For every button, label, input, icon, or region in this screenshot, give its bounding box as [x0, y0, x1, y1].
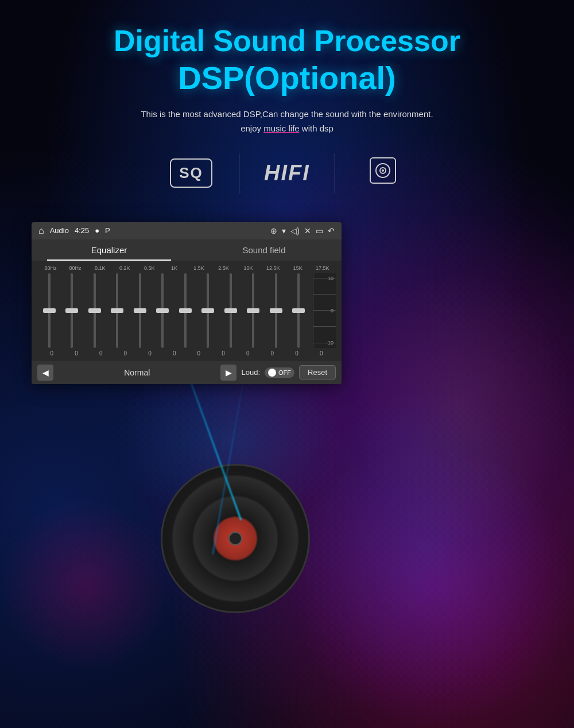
eq-content: 60Hz 80Hz 0.1K 0.2K 0.5K 1K 1.5K 2.5K 10… — [32, 261, 342, 361]
freq-05k: 0.5K — [138, 265, 160, 271]
zero-4: 0 — [113, 350, 138, 357]
slider-col-7[interactable] — [174, 273, 196, 348]
zero-7: 0 — [187, 350, 211, 357]
slider-col-12[interactable] — [288, 273, 310, 348]
sq-icon: SQ — [170, 158, 212, 188]
window-icon[interactable]: ▭ — [316, 226, 323, 235]
freq-15k2: 15K — [287, 265, 309, 271]
scale-mid: 0 — [331, 308, 333, 313]
p-label: P — [105, 226, 110, 235]
back-icon[interactable]: ↶ — [328, 226, 335, 235]
svg-point-3 — [382, 169, 384, 172]
zero-12: 0 — [309, 350, 333, 357]
eq-scale: 10 0 -10 — [313, 273, 336, 348]
zero-11: 0 — [285, 350, 309, 357]
zero-labels: 0 0 0 0 0 0 0 0 0 0 0 0 — [37, 348, 336, 358]
tabs: Equalizer Sound field — [32, 239, 342, 261]
slider-col-4[interactable] — [107, 273, 129, 348]
status-dot: ● — [95, 226, 99, 235]
sliders-area — [37, 273, 311, 348]
reset-button[interactable]: Reset — [299, 365, 336, 380]
freq-125k: 12.5K — [262, 265, 284, 271]
freq-10k: 10K — [238, 265, 259, 271]
freq-25k: 2.5K — [213, 265, 235, 271]
time-display: 4:25 — [75, 226, 89, 235]
slider-col-2[interactable] — [61, 273, 83, 348]
frequency-labels: 60Hz 80Hz 0.1K 0.2K 0.5K 1K 1.5K 2.5K 10… — [37, 265, 336, 271]
tab-equalizer[interactable]: Equalizer — [32, 239, 187, 261]
zero-9: 0 — [235, 350, 260, 357]
zero-8: 0 — [211, 350, 236, 357]
zero-3: 0 — [88, 350, 113, 357]
audio-panel: ⌂ Audio 4:25 ● P ⊕ ▾ ◁) ✕ ▭ ↶ Equalizer … — [32, 222, 342, 384]
freq-175k: 17.5K — [312, 265, 333, 271]
freq-15k: 1.5K — [188, 265, 210, 271]
home-icon[interactable]: ⌂ — [38, 226, 44, 236]
loud-label: Loud: — [241, 368, 260, 377]
slider-col-9[interactable] — [220, 273, 242, 348]
location-icon: ⊕ — [270, 226, 277, 235]
preset-label: Normal — [58, 368, 216, 377]
prev-button[interactable]: ◀ — [37, 365, 53, 381]
sq-icon-container: SQ — [144, 158, 239, 188]
slider-col-1[interactable] — [38, 273, 60, 348]
slider-col-6[interactable] — [152, 273, 174, 348]
page-subtitle: This is the most advanced DSP,Can change… — [141, 107, 433, 136]
speaker-icon-container — [335, 157, 430, 190]
hifi-icon-container: HIFI — [239, 161, 335, 185]
audio-label: Audio — [50, 226, 69, 235]
speaker-icon — [369, 157, 397, 190]
page-title: Digital Sound Processor DSP(Optional) — [114, 23, 460, 98]
next-button[interactable]: ▶ — [220, 365, 236, 381]
freq-01k: 0.1K — [89, 265, 111, 271]
slider-col-11[interactable] — [265, 273, 287, 348]
toggle-label: OFF — [278, 369, 291, 376]
zero-2: 0 — [64, 350, 89, 357]
zero-1: 0 — [40, 350, 64, 357]
toggle-dot — [268, 369, 276, 377]
tab-sound-field[interactable]: Sound field — [187, 239, 342, 261]
zero-6: 0 — [162, 350, 187, 357]
hifi-icon: HIFI — [264, 161, 310, 185]
close-icon[interactable]: ✕ — [304, 226, 311, 235]
slider-col-5[interactable] — [129, 273, 151, 348]
scale-bottom: -10 — [326, 340, 333, 346]
bottom-controls: ◀ Normal ▶ Loud: OFF Reset — [32, 361, 342, 384]
vinyl-record — [161, 464, 310, 613]
freq-1k: 1K — [163, 265, 185, 271]
icons-row: SQ HIFI — [144, 153, 430, 193]
slider-col-10[interactable] — [243, 273, 265, 348]
status-bar: ⌂ Audio 4:25 ● P ⊕ ▾ ◁) ✕ ▭ ↶ — [32, 222, 342, 239]
wifi-icon: ▾ — [282, 226, 286, 235]
loud-toggle[interactable]: OFF — [265, 367, 294, 378]
zero-10: 0 — [260, 350, 285, 357]
freq-80hz: 80Hz — [64, 265, 86, 271]
slider-col-3[interactable] — [84, 273, 106, 348]
freq-02k: 0.2K — [114, 265, 135, 271]
slider-col-8[interactable] — [197, 273, 219, 348]
freq-60hz: 60Hz — [40, 265, 61, 271]
status-icons: ⊕ ▾ ◁) ✕ ▭ ↶ — [270, 226, 335, 235]
scale-top: 10 — [328, 276, 333, 281]
zero-5: 0 — [138, 350, 162, 357]
volume-icon: ◁) — [290, 226, 300, 235]
